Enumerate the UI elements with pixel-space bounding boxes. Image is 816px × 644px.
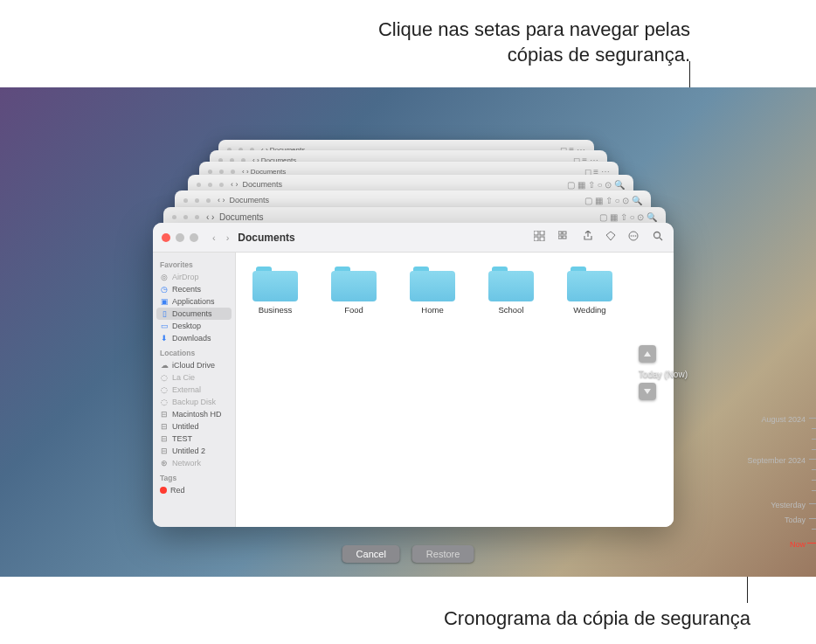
desktop-icon: ▭ (160, 322, 169, 330)
sidebar-item-downloads[interactable]: ⬇Downloads (153, 332, 235, 344)
nav-back-icon[interactable]: ‹ (211, 232, 218, 243)
svg-point-9 (631, 235, 633, 237)
group-icon[interactable] (557, 229, 572, 246)
folder-icon (410, 267, 455, 301)
share-icon[interactable] (581, 229, 595, 246)
folder-icon (567, 267, 612, 301)
clock-icon: ◷ (160, 285, 169, 294)
action-buttons: Cancel Restore (342, 545, 474, 563)
folder-view[interactable]: BusinessFoodHomeSchoolWedding (236, 253, 674, 527)
folder-label: Wedding (559, 305, 620, 315)
close-button[interactable] (162, 233, 170, 242)
sidebar-item-macintosh-hd[interactable]: ⊟Macintosh HD (153, 408, 235, 420)
sidebar-item-label: iCloud Drive (172, 361, 215, 370)
sidebar-item-untitled[interactable]: ⊟Untitled (153, 420, 235, 433)
sidebar-item-airdrop[interactable]: ◎AirDrop (153, 271, 235, 283)
folder-icon (252, 267, 298, 301)
sidebar: Favorites ◎AirDrop◷Recents▣Applications▯… (153, 253, 236, 527)
airdrop-icon: ◎ (160, 273, 169, 281)
sidebar-item-recents[interactable]: ◷Recents (153, 283, 235, 295)
disk-icon: ◌ (160, 385, 169, 394)
sidebar-item-applications[interactable]: ▣Applications (153, 295, 235, 308)
folder-business[interactable]: Business (245, 267, 306, 315)
svg-line-13 (660, 238, 662, 240)
sidebar-item-external[interactable]: ◌External (153, 384, 235, 396)
tag-label: Red (170, 486, 185, 495)
annotation-top: Clique nas setas para navegar pelas cópi… (332, 17, 690, 67)
cloud-icon: ☁ (160, 361, 169, 370)
folder-wedding[interactable]: Wedding (559, 267, 620, 315)
svg-point-11 (635, 235, 637, 237)
folder-label: Food (323, 305, 384, 315)
sidebar-item-label: Desktop (172, 322, 201, 330)
timeline-label-yesterday: Yesterday (771, 501, 806, 509)
view-icons-icon[interactable] (532, 229, 548, 246)
folder-school[interactable]: School (481, 267, 542, 315)
sidebar-item-label: TEST (172, 434, 192, 443)
zoom-button[interactable] (190, 233, 198, 242)
folder-label: Home (402, 305, 463, 315)
doc-icon: ▯ (160, 309, 169, 318)
arrow-up-button[interactable] (639, 345, 656, 363)
locations-header: Locations (153, 344, 235, 359)
hd-icon: ⊟ (160, 434, 169, 443)
sidebar-item-test[interactable]: ⊟TEST (153, 433, 235, 445)
nav-forward-icon[interactable]: › (225, 232, 232, 243)
search-icon[interactable] (651, 229, 665, 246)
network-icon: ⊛ (160, 459, 169, 467)
annotation-bottom: Cronograma da cópia de segurança (444, 607, 750, 630)
restore-button[interactable]: Restore (412, 545, 474, 563)
downloads-icon: ⬇ (160, 334, 169, 343)
folder-food[interactable]: Food (323, 267, 384, 315)
sidebar-item-label: Applications (172, 297, 215, 306)
svg-point-12 (654, 232, 660, 239)
timeline-label-sep: September 2024 (747, 456, 806, 465)
window-controls (162, 233, 198, 242)
current-snapshot-label: Today (Now) (639, 366, 688, 383)
svg-rect-1 (540, 231, 544, 235)
sidebar-tag-red[interactable]: Red (153, 484, 235, 496)
sidebar-item-label: AirDrop (172, 273, 199, 281)
svg-rect-7 (563, 236, 566, 239)
sidebar-item-label: Network (172, 459, 201, 467)
titlebar: ‹ › Documents (153, 223, 674, 253)
folder-label: Business (245, 305, 306, 315)
more-icon[interactable] (626, 229, 642, 246)
folder-home[interactable]: Home (402, 267, 463, 315)
toolbar (532, 229, 665, 246)
sidebar-item-label: Recents (172, 285, 201, 294)
svg-rect-0 (534, 231, 538, 235)
sidebar-item-label: Macintosh HD (172, 410, 222, 419)
backup-timeline[interactable]: August 2024 September 2024 Yesterday Tod… (748, 402, 816, 577)
sidebar-item-backup-disk[interactable]: ◌Backup Disk (153, 396, 235, 408)
sidebar-item-label: External (172, 385, 201, 394)
sidebar-item-label: Downloads (172, 334, 211, 343)
timeline-label-today: Today (785, 516, 806, 524)
disk-icon: ◌ (160, 398, 169, 406)
sidebar-item-network[interactable]: ⊛Network (153, 457, 235, 469)
sidebar-item-documents[interactable]: ▯Documents (156, 308, 232, 320)
tag-icon[interactable] (604, 229, 618, 246)
arrow-down-button[interactable] (639, 383, 656, 400)
sidebar-item-untitled-2[interactable]: ⊟Untitled 2 (153, 445, 235, 457)
folder-icon (488, 267, 534, 301)
minimize-button[interactable] (176, 233, 184, 242)
svg-rect-6 (558, 236, 562, 239)
folder-icon (331, 267, 377, 301)
svg-rect-2 (534, 237, 538, 241)
timeline-label-now: Now (790, 540, 806, 549)
sidebar-item-label: Untitled 2 (172, 447, 205, 455)
tag-dot-icon (160, 487, 167, 494)
time-machine-navigation: Today (Now) (639, 345, 688, 404)
svg-rect-3 (540, 237, 544, 241)
tags-header: Tags (153, 469, 235, 484)
sidebar-item-label: La Cie (172, 373, 195, 382)
hd-icon: ⊟ (160, 410, 169, 419)
apps-icon: ▣ (160, 297, 169, 306)
sidebar-item-la-cie[interactable]: ◌La Cie (153, 371, 235, 384)
cancel-button[interactable]: Cancel (342, 545, 400, 563)
hd-icon: ⊟ (160, 447, 169, 455)
sidebar-item-label: Backup Disk (172, 398, 216, 406)
sidebar-item-desktop[interactable]: ▭Desktop (153, 320, 235, 332)
sidebar-item-icloud-drive[interactable]: ☁iCloud Drive (153, 359, 235, 371)
